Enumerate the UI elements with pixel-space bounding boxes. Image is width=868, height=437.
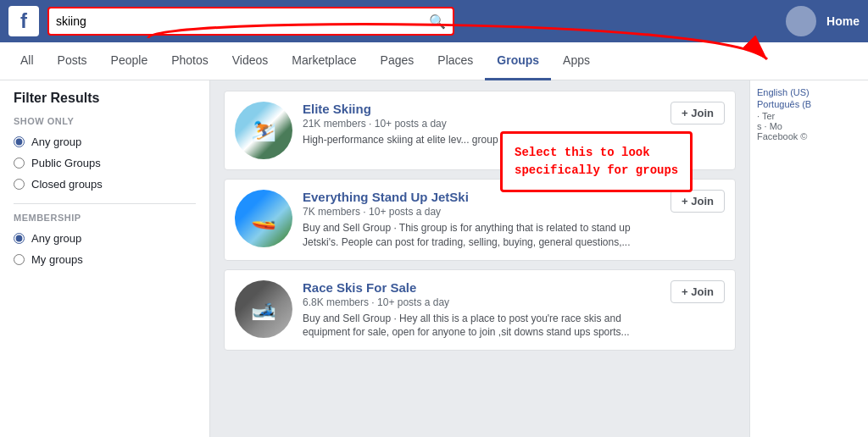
content-area: ⛷️ Elite Skiing 21K members · 10+ posts … [210, 80, 749, 437]
group-thumbnail: 🚤 [235, 190, 292, 247]
group-name[interactable]: Everything Stand Up JetSki [303, 190, 660, 204]
header-right: Home [786, 6, 860, 36]
filter-my-groups[interactable]: My groups [14, 249, 196, 270]
tab-all[interactable]: All [8, 42, 46, 80]
group-card: 🎿 Race Skis For Sale 6.8K members · 10+ … [224, 269, 736, 351]
group-meta: 21K members · 10+ posts a day [303, 118, 660, 130]
join-button[interactable]: + Join [670, 280, 725, 303]
tab-photos[interactable]: Photos [159, 42, 220, 80]
filter-any-group[interactable]: Any group [14, 131, 196, 152]
group-desc: Buy and Sell Group · Hey all this is a p… [303, 312, 660, 340]
footer-links: · Ter [757, 111, 861, 121]
group-card: 🚤 Everything Stand Up JetSki 7K members … [224, 179, 736, 261]
tab-pages[interactable]: Pages [369, 42, 426, 80]
tab-places[interactable]: Places [426, 42, 485, 80]
copyright: Facebook © [757, 131, 861, 141]
group-card: ⛷️ Elite Skiing 21K members · 10+ posts … [224, 91, 736, 170]
group-meta: 6.8K members · 10+ posts a day [303, 296, 660, 308]
sidebar: Filter Results SHOW ONLY Any group Publi… [0, 80, 210, 437]
tab-groups[interactable]: Groups [485, 42, 551, 80]
home-button[interactable]: Home [826, 14, 860, 28]
search-bar-container: 🔍 [47, 7, 454, 36]
join-button[interactable]: + Join [670, 102, 725, 124]
tab-apps[interactable]: Apps [551, 42, 602, 80]
group-name[interactable]: Elite Skiing [303, 102, 660, 116]
group-info: Race Skis For Sale 6.8K members · 10+ po… [303, 280, 660, 340]
tab-marketplace[interactable]: Marketplace [280, 42, 368, 80]
group-desc: High-performance skiing at elite lev... … [303, 133, 660, 147]
show-only-label: SHOW ONLY [14, 116, 196, 126]
search-input[interactable] [56, 14, 429, 28]
sidebar-title: Filter Results [14, 91, 196, 106]
group-thumbnail: 🎿 [235, 280, 292, 338]
tab-posts[interactable]: Posts [46, 42, 99, 80]
group-meta: 7K members · 10+ posts a day [303, 206, 660, 218]
join-button[interactable]: + Join [670, 190, 725, 213]
group-name[interactable]: Race Skis For Sale [303, 280, 660, 295]
nav-tabs: All Posts People Photos Videos Marketpla… [0, 42, 868, 80]
group-info: Everything Stand Up JetSki 7K members · … [303, 190, 660, 250]
filter-public-groups[interactable]: Public Groups [14, 152, 196, 174]
facebook-logo: f [8, 6, 39, 36]
divider [14, 203, 196, 204]
group-desc: Buy and Sell Group · This group is for a… [303, 221, 660, 250]
group-info: Elite Skiing 21K members · 10+ posts a d… [303, 102, 660, 147]
footer-links2: s · Mo [757, 121, 861, 131]
avatar [786, 6, 816, 36]
language-link-en[interactable]: English (US) [757, 87, 861, 97]
tab-people[interactable]: People [99, 42, 160, 80]
right-panel: English (US) Português (B · Ter s · Mo F… [749, 80, 868, 437]
filter-any-group-membership[interactable]: Any group [14, 228, 196, 249]
group-thumbnail: ⛷️ [235, 102, 292, 159]
membership-label: MEMBERSHIP [14, 213, 196, 223]
main-layout: Filter Results SHOW ONLY Any group Publi… [0, 80, 868, 437]
search-button[interactable]: 🔍 [429, 14, 446, 30]
header: f 🔍 Home [0, 0, 868, 42]
tab-videos[interactable]: Videos [220, 42, 281, 80]
filter-closed-groups[interactable]: Closed groups [14, 174, 196, 195]
language-link-pt[interactable]: Português (B [757, 99, 861, 109]
